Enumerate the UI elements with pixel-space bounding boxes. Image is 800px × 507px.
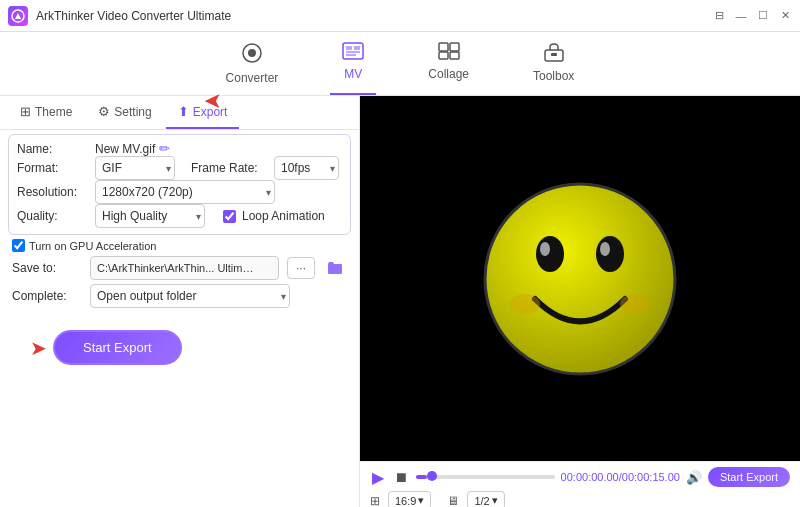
resolution-select[interactable]: 1280x720 (720p) [95,180,275,204]
aspect-ratio-icon: ⊞ [370,494,380,508]
scale-value: 1/2 [474,495,489,507]
video-preview [360,96,800,461]
main-content: ⊞ Theme ⚙ Setting ⬆ Export Name: New MV.… [0,96,800,507]
loop-label: Loop Animation [242,209,325,223]
tab-export-label: Export [193,105,228,119]
save-path-text: C:\ArkThinker\ArkThin... Ultimate\MV Exp… [97,262,257,274]
complete-label: Complete: [12,289,82,303]
theme-tab-icon: ⊞ [20,104,31,119]
maximize-button[interactable]: ☐ [756,9,770,23]
ratio-chevron: ▾ [418,494,424,507]
quality-select-wrapper: High Quality ▾ [95,204,205,228]
svg-point-10 [485,184,675,374]
quality-loop-row: Quality: High Quality ▾ Loop Animation [17,204,342,228]
complete-row: Complete: Open output folder ▾ [0,284,359,314]
format-select-wrapper: GIF ▾ [95,156,175,180]
name-row: Name: New MV.gif ✏ [17,141,342,156]
save-row: Save to: C:\ArkThinker\ArkThin... Ultima… [0,256,359,284]
format-framerate-row: Format: GIF ▾ Frame Rate: 10fps ▾ [17,156,342,180]
nav-mv[interactable]: MV [330,38,376,95]
setting-tab-icon: ⚙ [98,104,110,119]
format-label: Format: [17,161,87,175]
resolution-select-wrapper: 1280x720 (720p) ▾ [95,180,275,204]
complete-select[interactable]: Open output folder [90,284,290,308]
progress-dot [427,471,437,481]
app-logo [8,6,28,26]
framerate-select[interactable]: 10fps [274,156,339,180]
framerate-label: Frame Rate: [191,161,266,175]
svg-rect-6 [439,52,448,59]
progress-bar[interactable] [416,475,555,479]
name-label: Name: [17,142,87,156]
app-title: ArkThinker Video Converter Ultimate [36,9,712,23]
start-export-right-button[interactable]: Start Export [708,467,790,487]
panel-tabs: ⊞ Theme ⚙ Setting ⬆ Export [0,96,359,130]
loop-checkbox-row: Loop Animation [223,209,325,223]
svg-rect-7 [450,52,459,59]
mv-icon [342,42,364,65]
player-row-main: ▶ ⏹ 00:00:00.00/00:00:15.00 🔊 Start Expo… [370,467,790,487]
save-label: Save to: [12,261,82,275]
name-value: New MV.gif ✏ [95,141,170,156]
minimize-button[interactable]: — [734,9,748,23]
svg-rect-3 [343,43,363,59]
volume-icon[interactable]: 🔊 [686,470,702,485]
menu-icon[interactable]: ⊟ [712,9,726,23]
svg-point-12 [596,236,624,272]
converter-icon [241,42,263,69]
time-display: 00:00:00.00/00:00:15.00 [561,471,680,483]
nav-collage[interactable]: Collage [416,38,481,95]
export-section: ➤ Start Export [0,314,359,373]
play-button[interactable]: ▶ [370,468,386,487]
export-tab-icon: ⬆ [178,104,189,119]
ratio-value: 16:9 [395,495,416,507]
nav-collage-label: Collage [428,67,469,81]
collage-icon [438,42,460,65]
time-total: 00:00:15.00 [622,471,680,483]
tab-theme-label: Theme [35,105,72,119]
svg-point-15 [510,294,540,314]
framerate-select-wrapper: 10fps ▾ [274,156,339,180]
quality-select[interactable]: High Quality [95,204,205,228]
svg-rect-4 [439,43,448,51]
svg-rect-9 [551,53,557,56]
nav-mv-label: MV [344,67,362,81]
svg-point-13 [540,242,550,256]
complete-select-wrapper: Open output folder ▾ [90,284,290,308]
browse-dots-button[interactable]: ··· [287,257,315,279]
player-controls: ▶ ⏹ 00:00:00.00/00:00:15.00 🔊 Start Expo… [360,461,800,507]
tab-export[interactable]: ⬆ Export [166,96,240,129]
loop-checkbox[interactable] [223,210,236,223]
arrow-pointing-icon: ➤ [30,336,47,360]
stop-button[interactable]: ⏹ [392,469,410,485]
ratio-select[interactable]: 16:9 ▾ [388,491,431,507]
nav-toolbox[interactable]: Toolbox [521,38,586,95]
scale-select[interactable]: 1/2 ▾ [467,491,504,507]
titlebar: ArkThinker Video Converter Ultimate ⊟ — … [0,0,800,32]
start-export-button[interactable]: Start Export [53,330,182,365]
nav-converter-label: Converter [226,71,279,85]
edit-name-icon[interactable]: ✏ [159,141,170,156]
tab-setting-label: Setting [114,105,151,119]
toolbox-icon [543,42,565,67]
monitor-icon: 🖥 [447,494,459,508]
left-panel: ⊞ Theme ⚙ Setting ⬆ Export Name: New MV.… [0,96,360,507]
close-button[interactable]: ✕ [778,9,792,23]
player-row-secondary: ⊞ 16:9 ▾ 🖥 1/2 ▾ [370,491,790,507]
tab-theme[interactable]: ⊞ Theme [8,96,84,129]
settings-form: Name: New MV.gif ✏ Format: GIF ▾ Frame R… [8,134,351,235]
gpu-label: Turn on GPU Acceleration [29,240,156,252]
window-controls: ⊟ — ☐ ✕ [712,9,792,23]
nav-converter[interactable]: Converter [214,38,291,95]
svg-point-2 [248,49,256,57]
gpu-row: Turn on GPU Acceleration [0,239,359,256]
gpu-checkbox[interactable] [12,239,25,252]
name-text: New MV.gif [95,142,155,156]
tab-setting[interactable]: ⚙ Setting [86,96,163,129]
quality-label: Quality: [17,209,87,223]
progress-fill [416,475,427,479]
resolution-label: Resolution: [17,185,87,199]
folder-icon[interactable] [323,257,347,279]
svg-rect-5 [450,43,459,51]
format-select[interactable]: GIF [95,156,175,180]
